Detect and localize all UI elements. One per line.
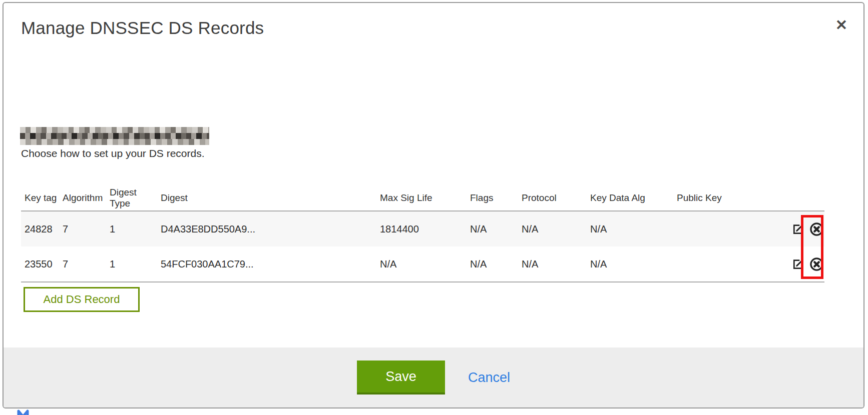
col-header-protocol: Protocol (518, 185, 587, 211)
mosaic-row (20, 127, 209, 133)
edit-record-button[interactable] (791, 258, 805, 271)
cell-protocol: N/A (518, 211, 587, 246)
delete-record-button[interactable] (809, 256, 824, 272)
cell-digest-type: 1 (106, 211, 157, 246)
col-header-digest: Digest (157, 185, 376, 211)
cell-key-data-alg: N/A (587, 246, 673, 282)
edit-pencil-icon (791, 230, 805, 238)
col-header-flags: Flags (467, 185, 518, 211)
cell-protocol: N/A (518, 246, 587, 282)
cell-public-key (673, 246, 778, 282)
col-header-max-sig-life: Max Sig Life (376, 185, 467, 211)
cell-actions (778, 246, 824, 282)
x-circle-icon (809, 231, 824, 238)
cell-public-key (673, 211, 778, 246)
domain-name-redacted (20, 127, 209, 145)
col-header-algorithm: Algorithm (59, 185, 106, 211)
dialog-footer: Save Cancel (4, 348, 863, 408)
cell-algorithm: 7 (59, 211, 106, 246)
col-header-key-tag: Key tag (21, 185, 59, 211)
col-header-actions (778, 185, 824, 211)
ds-records-table: Key tag Algorithm Digest Type Digest Max… (21, 185, 824, 282)
cell-flags: N/A (467, 211, 518, 246)
delete-record-button[interactable] (809, 222, 824, 237)
col-header-digest-type: Digest Type (106, 185, 157, 211)
cell-digest-type: 1 (106, 246, 157, 282)
edit-pencil-icon (791, 265, 805, 272)
mosaic-row (20, 133, 209, 139)
cell-algorithm: 7 (59, 246, 106, 282)
x-circle-icon (809, 266, 824, 274)
mosaic-row (20, 139, 209, 145)
cell-key-data-alg: N/A (587, 211, 673, 246)
cell-actions (778, 211, 824, 246)
cell-max-sig-life: N/A (376, 246, 467, 282)
table-row: 24828 7 1 D4A33E8DD550A9... 1814400 N/A … (21, 211, 824, 246)
cell-key-tag: 24828 (21, 211, 59, 246)
col-header-key-data-alg: Key Data Alg (587, 185, 673, 211)
close-icon[interactable]: ✕ (830, 14, 852, 36)
save-button[interactable]: Save (357, 360, 445, 394)
table-header-row: Key tag Algorithm Digest Type Digest Max… (21, 185, 824, 211)
cell-flags: N/A (467, 246, 518, 282)
cell-digest: 54FCF030AA1C79... (157, 246, 376, 282)
col-header-public-key: Public Key (673, 185, 778, 211)
cancel-link[interactable]: Cancel (468, 370, 510, 386)
cell-max-sig-life: 1814400 (376, 211, 467, 246)
add-ds-record-button[interactable]: Add DS Record (24, 287, 140, 312)
table-row: 23550 7 1 54FCF030AA1C79... N/A N/A N/A … (21, 246, 824, 282)
manage-dnssec-dialog: Manage DNSSEC DS Records ✕ Choose how to… (3, 2, 864, 408)
page-title: Manage DNSSEC DS Records (21, 18, 264, 38)
cell-digest: D4A33E8DD550A9... (157, 211, 376, 246)
cell-key-tag: 23550 (21, 246, 59, 282)
instruction-text: Choose how to set up your DS records. (21, 148, 205, 160)
edit-record-button[interactable] (791, 222, 805, 236)
background-text-fragment (17, 410, 32, 415)
